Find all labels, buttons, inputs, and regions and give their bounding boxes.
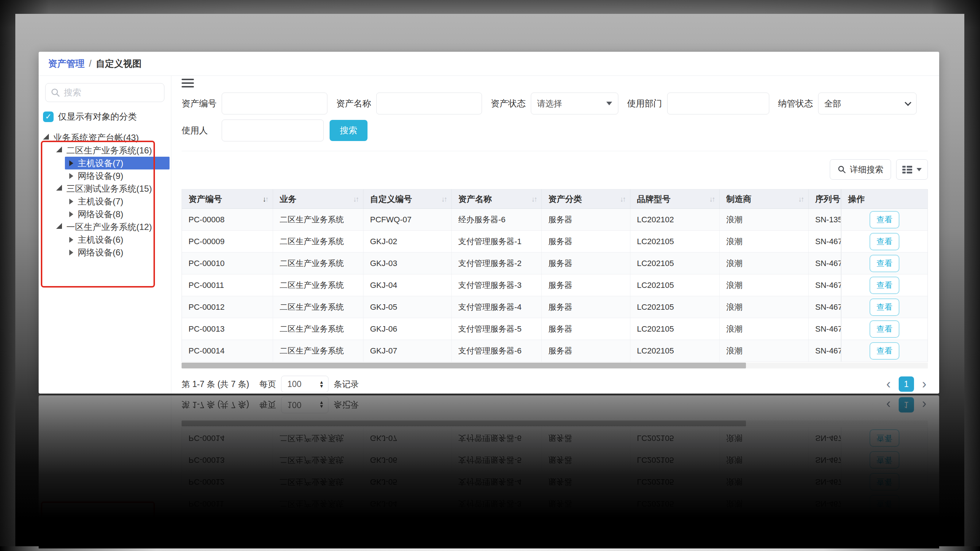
column-header[interactable]: 资产分类↓↑ — [542, 189, 630, 208]
sort-icon[interactable]: ↓↑ — [262, 195, 267, 203]
tree-node[interactable]: 网络设备(8) — [65, 208, 170, 221]
table-cell: 支付管理服务器-1 — [452, 231, 542, 252]
collapse-icon[interactable] — [56, 146, 62, 152]
table-cell: 经办服务器-6 — [452, 209, 542, 230]
sort-icon[interactable]: ↓↑ — [531, 195, 536, 203]
expand-icon[interactable] — [69, 160, 73, 166]
tree-node-label: 二区生产业务系统(16) — [66, 144, 152, 156]
sidebar-search-input[interactable] — [64, 87, 151, 98]
expand-icon[interactable] — [69, 198, 73, 205]
asset-name-input[interactable] — [376, 92, 482, 114]
table-cell: LC202105 — [630, 231, 720, 252]
table-cell: SN-467 — [809, 318, 841, 340]
sort-icon[interactable]: ↓↑ — [620, 195, 625, 203]
columns-icon — [902, 166, 912, 173]
column-header-label: 制造商 — [726, 194, 751, 205]
table-cell: SN-467 — [809, 340, 841, 362]
column-header[interactable]: 制造商↓↑ — [720, 189, 809, 208]
view-button[interactable]: 查看 — [870, 299, 899, 316]
table-cell: 二区生产业务系统 — [273, 275, 363, 296]
collapse-icon[interactable] — [56, 223, 62, 229]
table-row: PC-00012二区生产业务系统GKJ-05支付管理服务器-4服务器LC2021… — [182, 296, 928, 318]
collapse-icon[interactable] — [56, 185, 62, 191]
tree-node-label: 网络设备(9) — [78, 170, 123, 182]
column-header[interactable]: 业务↓↑ — [273, 189, 363, 208]
current-page-button[interactable]: 1 — [899, 376, 914, 392]
scrollbar-thumb[interactable] — [181, 363, 746, 368]
view-button[interactable]: 查看 — [870, 255, 899, 272]
collapse-icon[interactable] — [43, 134, 49, 140]
column-header[interactable]: 品牌型号↓↑ — [630, 189, 720, 208]
breadcrumb-section[interactable]: 资产管理 — [48, 57, 84, 70]
prev-page-button[interactable]: ‹ — [885, 378, 892, 391]
view-button[interactable]: 查看 — [870, 233, 899, 250]
checkbox-checked-icon[interactable]: ✓ — [43, 111, 54, 122]
tree-node[interactable]: 主机设备(6) — [65, 233, 170, 246]
tree-node[interactable]: 网络设备(6) — [65, 246, 170, 259]
table-cell: 服务器 — [542, 209, 630, 230]
table-cell: 支付管理服务器-5 — [452, 318, 542, 340]
tree-node[interactable]: 三区测试业务系统(15) — [52, 182, 170, 195]
table-cell: 服务器 — [542, 252, 630, 274]
page-size-select[interactable]: 100 ▲▼ — [281, 376, 328, 392]
sidebar-search[interactable] — [45, 83, 164, 102]
spinner-icon[interactable]: ▲▼ — [319, 380, 324, 388]
column-settings-button[interactable] — [896, 159, 928, 179]
expand-icon[interactable] — [69, 237, 73, 243]
view-button[interactable]: 查看 — [870, 320, 899, 338]
expand-icon[interactable] — [69, 173, 73, 179]
tree-node-label: 主机设备(7) — [78, 196, 123, 207]
manage-status-select[interactable]: 全部 — [818, 92, 916, 114]
view-button[interactable]: 查看 — [870, 342, 899, 360]
column-header-label: 操作 — [848, 194, 865, 205]
tree-node[interactable]: 主机设备(7) — [65, 157, 170, 170]
table-cell: LC202105 — [630, 340, 720, 362]
filter-checkbox-row[interactable]: ✓ 仅显示有对象的分类 — [43, 111, 164, 122]
tree-node-label: 三区测试业务系统(15) — [66, 183, 152, 195]
tree-node[interactable]: 二区生产业务系统(16) — [52, 144, 170, 157]
menu-icon[interactable] — [181, 79, 194, 87]
detail-search-button[interactable]: 详细搜索 — [830, 159, 891, 179]
breadcrumb: 资产管理 / 自定义视图 — [39, 52, 939, 76]
expand-icon[interactable] — [69, 249, 73, 256]
sort-icon[interactable]: ↓↑ — [709, 195, 714, 203]
column-header-label: 序列号 — [815, 194, 840, 205]
action-cell: 查看 — [841, 252, 928, 274]
use-dept-label: 使用部门 — [627, 98, 662, 110]
sort-icon[interactable]: ↓↑ — [441, 195, 446, 203]
horizontal-scrollbar[interactable] — [181, 363, 928, 368]
sort-icon[interactable]: ↓↑ — [353, 195, 358, 203]
action-cell: 查看 — [841, 296, 928, 318]
table-cell: GKJ-04 — [363, 275, 452, 296]
table-cell: PC-00014 — [182, 340, 273, 362]
page-size-value: 100 — [287, 380, 301, 389]
tree-node[interactable]: 主机设备(7) — [65, 195, 170, 208]
user-input[interactable] — [222, 119, 324, 141]
app-window: 资产管理 / 自定义视图 ✓ 仅显示有对象的分类 业务系统资产台帐(43)二区生… — [39, 52, 939, 394]
tree-node[interactable]: 业务系统资产台帐(43) — [39, 131, 170, 144]
table-cell: PC-00009 — [182, 231, 273, 252]
asset-no-input[interactable] — [222, 92, 328, 114]
sort-icon[interactable]: ↓↑ — [798, 195, 803, 203]
table-header-row: 资产编号↓↑业务↓↑自定义编号↓↑资产名称↓↑资产分类↓↑品牌型号↓↑制造商↓↑… — [182, 189, 928, 209]
view-button[interactable]: 查看 — [870, 211, 899, 229]
column-header[interactable]: 资产编号↓↑ — [182, 189, 273, 208]
tree-node-label: 网络设备(8) — [78, 208, 123, 220]
tree-node-label: 主机设备(6) — [78, 234, 123, 246]
search-button[interactable]: 搜索 — [329, 120, 368, 141]
table-cell: SN-467 — [809, 275, 841, 296]
action-cell: 查看 — [841, 275, 928, 296]
view-button[interactable]: 查看 — [870, 276, 899, 294]
tree-node[interactable]: 网络设备(9) — [65, 170, 170, 182]
table-cell: 二区生产业务系统 — [273, 296, 363, 318]
column-header[interactable]: 资产名称↓↑ — [452, 189, 542, 208]
table-cell: GKJ-06 — [363, 318, 452, 340]
use-dept-input[interactable] — [667, 92, 769, 114]
expand-icon[interactable] — [69, 211, 73, 217]
next-page-button[interactable]: › — [921, 378, 928, 391]
tree-node[interactable]: 一区生产业务系统(12) — [52, 221, 170, 233]
table-cell: 服务器 — [542, 340, 630, 362]
table-cell: PC-00010 — [182, 252, 273, 274]
asset-status-select[interactable]: 请选择 — [531, 92, 618, 114]
column-header[interactable]: 自定义编号↓↑ — [363, 189, 452, 208]
